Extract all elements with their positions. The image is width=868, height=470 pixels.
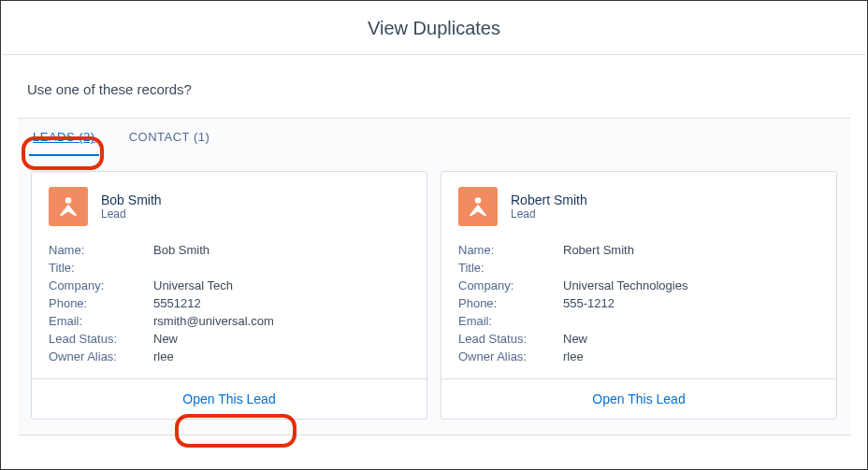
field-row: Owner Alias:rlee (49, 348, 410, 365)
label-phone: Phone: (49, 296, 153, 310)
card-header: Bob Smith Lead (32, 172, 427, 237)
label-email: Email: (458, 314, 563, 328)
value-name: Bob Smith (153, 243, 210, 257)
lead-card: Bob Smith Lead Name:Bob Smith Title: Com… (31, 171, 427, 420)
field-row: Title: (458, 259, 819, 277)
field-row: Phone:5551212 (49, 294, 410, 312)
tab-panel: LEADS (2) CONTACT (1) Bob Smith Lead Nam… (18, 118, 850, 435)
value-email: rsmith@universal.com (153, 314, 274, 328)
field-row: Company:Universal Tech (49, 277, 410, 294)
field-row: Title: (49, 259, 410, 277)
svg-point-0 (65, 197, 72, 204)
value-company: Universal Tech (153, 278, 233, 292)
prompt-text: Use one of these records? (1, 55, 867, 118)
card-subtype: Lead (511, 207, 587, 221)
label-phone: Phone: (458, 296, 563, 310)
value-name: Robert Smith (563, 243, 634, 257)
tab-contact[interactable]: CONTACT (1) (125, 119, 214, 156)
label-company: Company: (49, 278, 153, 292)
card-fields: Name:Robert Smith Title: Company:Univers… (441, 237, 836, 378)
label-status: Lead Status: (458, 332, 563, 346)
card-footer: Open This Lead (32, 378, 427, 419)
field-row: Company:Universal Technologies (458, 277, 819, 294)
open-lead-button[interactable]: Open This Lead (592, 392, 685, 406)
field-row: Name:Robert Smith (458, 241, 819, 259)
label-title: Title: (458, 261, 563, 275)
label-title: Title: (49, 261, 153, 275)
label-email: Email: (49, 314, 153, 328)
field-row: Lead Status:New (458, 330, 819, 348)
card-fields: Name:Bob Smith Title: Company:Universal … (32, 237, 427, 378)
label-owner: Owner Alias: (49, 349, 153, 363)
page-title: View Duplicates (1, 1, 867, 54)
lead-icon (458, 187, 498, 226)
value-status: New (153, 332, 178, 346)
label-name: Name: (458, 243, 563, 257)
value-owner: rlee (153, 349, 174, 363)
svg-point-1 (475, 197, 482, 204)
value-status: New (563, 332, 587, 346)
value-owner: rlee (563, 349, 584, 363)
field-row: Name:Bob Smith (49, 241, 410, 259)
card-header: Robert Smith Lead (441, 172, 836, 237)
label-name: Name: (49, 243, 153, 257)
tab-leads[interactable]: LEADS (2) (29, 119, 99, 156)
view-duplicates-window: View Duplicates Use one of these records… (0, 0, 868, 470)
card-name: Bob Smith (101, 192, 162, 207)
lead-icon (49, 187, 88, 226)
open-lead-button[interactable]: Open This Lead (182, 392, 275, 406)
field-row: Email:rsmith@universal.com (49, 312, 410, 330)
tab-bar: LEADS (2) CONTACT (1) (18, 119, 850, 156)
value-phone: 5551212 (153, 296, 201, 310)
value-company: Universal Technologies (563, 278, 687, 292)
field-row: Phone:555-1212 (458, 294, 819, 312)
lead-card: Robert Smith Lead Name:Robert Smith Titl… (441, 171, 837, 420)
cards-container: Bob Smith Lead Name:Bob Smith Title: Com… (18, 156, 850, 434)
card-name: Robert Smith (511, 192, 587, 207)
field-row: Lead Status:New (49, 330, 410, 348)
card-subtype: Lead (101, 207, 162, 221)
field-row: Owner Alias:rlee (458, 348, 819, 365)
field-row: Email: (458, 312, 819, 330)
label-status: Lead Status: (49, 332, 153, 346)
label-company: Company: (458, 278, 563, 292)
value-phone: 555-1212 (563, 296, 615, 310)
card-footer: Open This Lead (441, 378, 836, 419)
label-owner: Owner Alias: (458, 349, 563, 363)
